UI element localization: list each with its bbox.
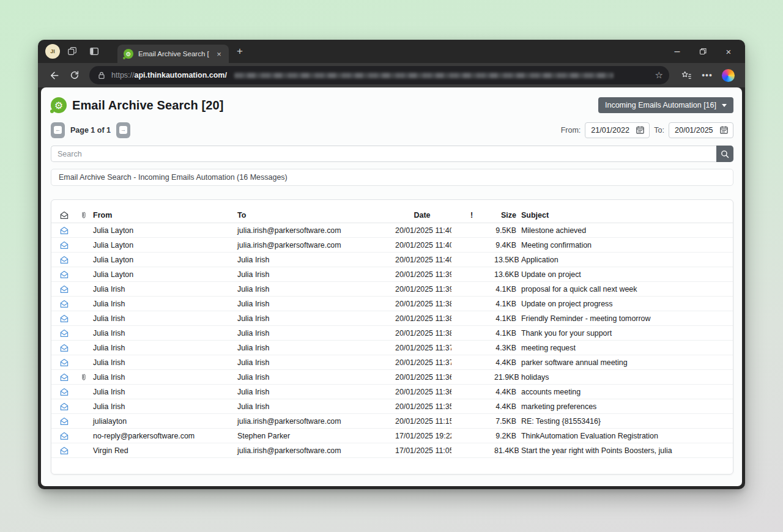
cell-size: 4.1KB (492, 300, 519, 308)
cell-date: 20/01/2025 11:37 (393, 358, 451, 367)
table-row[interactable]: Julia Irish Julia Irish 20/01/2025 11:38… (51, 311, 733, 326)
pagination-label: Page 1 of 1 (70, 126, 111, 135)
cell-size: 7.5KB (492, 417, 519, 426)
header-subject[interactable]: Subject (519, 211, 733, 220)
cell-size: 4.4KB (492, 402, 519, 411)
calendar-icon[interactable] (719, 125, 729, 135)
browser-tab[interactable]: ⚙ Email Archive Search [20] × (117, 45, 229, 63)
cell-size: 9.4KB (492, 241, 519, 249)
cell-date: 20/01/2025 11:15 (393, 417, 451, 426)
table-row[interactable]: Julia Layton Julia Irish 20/01/2025 11:4… (51, 253, 733, 267)
table-row[interactable]: Julia Layton julia.irish@parkersoftware.… (51, 223, 733, 238)
copilot-icon[interactable] (718, 66, 738, 84)
refresh-icon[interactable] (65, 66, 84, 84)
table-row[interactable]: Julia Irish Julia Irish 20/01/2025 11:37… (51, 341, 733, 355)
address-bar[interactable]: https://api.thinkautomation.com/ ☆ (89, 66, 669, 84)
from-label: From: (561, 126, 581, 135)
cell-from: Julia Layton (91, 256, 235, 264)
open-envelope-icon (51, 226, 77, 235)
url-scheme: https:// (111, 71, 135, 79)
table-row[interactable]: Julia Irish Julia Irish 20/01/2025 11:38… (51, 297, 733, 311)
cell-subject: proposal for a quick call next week (519, 285, 733, 294)
header-priority[interactable]: ! (451, 211, 492, 220)
header-size[interactable]: Size (492, 211, 519, 220)
back-icon[interactable] (44, 66, 64, 84)
table-row[interactable]: Julia Layton julia.irish@parkersoftware.… (51, 238, 733, 253)
thinkautomation-logo: ⚙ (51, 97, 67, 113)
cell-to: julia.irish@parkersoftware.com (235, 417, 393, 426)
pagination: ← Page 1 of 1 → (51, 122, 130, 138)
favorites-list-icon[interactable] (677, 66, 696, 84)
vertical-tabs-icon[interactable] (84, 43, 104, 60)
search-icon (720, 149, 730, 159)
page-title: Email Archive Search [20] (72, 98, 223, 113)
profile-avatar[interactable]: JI (45, 44, 60, 59)
cell-size: 9.5KB (492, 226, 519, 235)
cell-from: Julia Layton (91, 241, 235, 249)
cell-date: 20/01/2025 11:39 (393, 285, 451, 294)
tab-close-icon[interactable]: × (214, 50, 224, 59)
new-tab-button[interactable]: + (231, 43, 248, 60)
open-envelope-icon (51, 416, 77, 426)
cell-from: Julia Irish (91, 314, 235, 323)
calendar-icon[interactable] (636, 125, 645, 135)
table-row[interactable]: Julia Irish Julia Irish 20/01/2025 11:36… (51, 385, 733, 399)
cell-to: Julia Irish (235, 270, 393, 279)
from-date-field[interactable]: 21/01/2022 (585, 122, 650, 138)
cell-subject: meeting request (519, 344, 733, 352)
cell-to: Julia Irish (235, 373, 393, 382)
automation-dropdown[interactable]: Incoming Emails Automation [16] (598, 97, 733, 113)
header-date[interactable]: Date (393, 211, 451, 220)
cell-from: Julia Irish (91, 344, 235, 352)
cell-date: 20/01/2025 11:38 (393, 300, 451, 308)
cell-from: Julia Layton (91, 226, 235, 235)
workspaces-icon[interactable] (62, 43, 82, 60)
cell-subject: Thank you for your support (519, 329, 733, 338)
close-button[interactable]: × (718, 43, 739, 60)
email-table: From To Date ! Size Subject Julia Layton… (51, 199, 733, 475)
url-domain: api.thinkautomation.com/ (135, 71, 227, 79)
table-row[interactable]: julialayton julia.irish@parkersoftware.c… (51, 414, 733, 429)
table-row[interactable]: Virgin Red julia.irish@parkersoftware.co… (51, 443, 733, 458)
table-row[interactable]: Julia Layton Julia Irish 20/01/2025 11:3… (51, 267, 733, 282)
cell-subject: Application (519, 256, 733, 264)
table-row[interactable]: no-reply@parkersoftware.com Stephen Park… (51, 429, 733, 443)
table-row[interactable]: Julia Irish Julia Irish 20/01/2025 11:36… (51, 370, 733, 385)
open-envelope-icon (51, 240, 77, 250)
table-row[interactable]: Julia Irish Julia Irish 20/01/2025 11:38… (51, 326, 733, 341)
browser-menu-icon[interactable]: ••• (697, 66, 717, 84)
header-from[interactable]: From (91, 211, 235, 220)
cell-from: Julia Irish (91, 388, 235, 396)
cell-subject: ThinkAutomation Evaluation Registration (519, 432, 733, 440)
lock-icon[interactable] (97, 70, 106, 80)
cell-date: 20/01/2025 11:40 (393, 256, 451, 264)
minimize-button[interactable]: – (667, 43, 688, 60)
cell-to: Julia Irish (235, 256, 393, 264)
next-page-button[interactable]: → (116, 122, 130, 138)
email-table-header: From To Date ! Size Subject (51, 207, 733, 223)
attachment-column-icon (77, 211, 91, 220)
restore-button[interactable] (692, 43, 713, 60)
table-row[interactable]: Julia Irish Julia Irish 20/01/2025 11:37… (51, 355, 733, 370)
open-envelope-icon (51, 372, 77, 382)
header-to[interactable]: To (235, 211, 393, 220)
arrow-right-icon: → (119, 126, 127, 134)
cell-size: 4.4KB (492, 388, 519, 396)
cell-subject: accounts meeting (519, 388, 733, 396)
cell-size: 9.2KB (492, 432, 519, 440)
table-row[interactable]: Julia Irish Julia Irish 20/01/2025 11:39… (51, 282, 733, 297)
to-date-field[interactable]: 20/01/2025 (669, 122, 733, 138)
arrow-left-icon: ← (54, 126, 62, 134)
search-input[interactable] (51, 146, 716, 162)
automation-dropdown-label: Incoming Emails Automation [16] (605, 101, 716, 109)
favorite-star-icon[interactable]: ☆ (655, 70, 663, 81)
envelope-column-icon (51, 210, 77, 220)
prev-page-button[interactable]: ← (51, 122, 65, 138)
cell-to: Julia Irish (235, 329, 393, 338)
cell-subject: Friendly Reminder - meeting tomorrow (519, 314, 733, 323)
cell-subject: marketing preferences (519, 402, 733, 411)
table-row[interactable]: Julia Irish Julia Irish 20/01/2025 11:35… (51, 399, 733, 414)
cell-date: 20/01/2025 11:36 (393, 388, 451, 396)
search-button[interactable] (716, 146, 733, 162)
cell-to: Julia Irish (235, 300, 393, 308)
